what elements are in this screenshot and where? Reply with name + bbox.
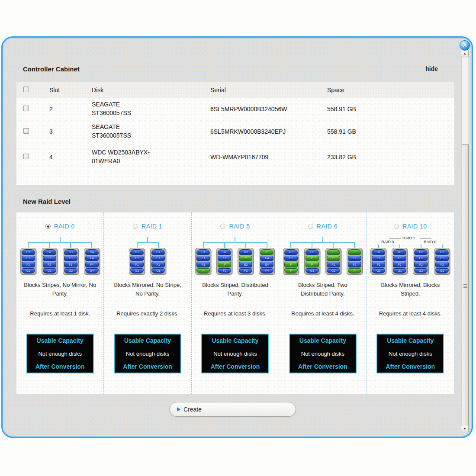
group-label-raid1: RAID 1 (402, 236, 415, 240)
select-disk-checkbox[interactable] (23, 154, 29, 159)
parity-block: P (218, 262, 231, 267)
data-block: F4 (260, 268, 273, 274)
raid-description-raid-0: Blocks Stripes, No Mirror, No Parity. (16, 281, 103, 298)
data-block: D1 (151, 249, 165, 255)
disk-icon: D1E1F1G1 (129, 248, 145, 275)
tree-drop (70, 242, 71, 248)
disk-icon: PPF1G2 (325, 248, 341, 275)
raid-label-raid-5: RAID 5 (229, 223, 250, 230)
tree-stem (147, 237, 148, 242)
scrollbar-grip (463, 284, 467, 288)
parity-block: P (306, 262, 319, 267)
data-block: G1 (130, 268, 144, 274)
raid-label-raid-6: RAID 6 (317, 223, 338, 230)
raid-option-raid-10[interactable]: RAID 10RAID 1RAID 0RAID 0D1E1F1G1D1E1F1G… (367, 212, 454, 394)
data-block: E1 (284, 256, 298, 261)
capacity-status: Not enough disks (126, 351, 169, 357)
tree-drop (28, 242, 29, 248)
vertical-scrollbar: ▲ ▼ (461, 50, 469, 432)
data-block: D4 (260, 256, 273, 261)
data-block: F1 (393, 262, 406, 267)
tree-bar (203, 242, 267, 243)
column-header-slot: Slot (42, 87, 84, 93)
table-row: 2SEAGATE ST3600057SS6SL5MRPW0000B324056W… (16, 98, 454, 120)
disk-table-body: 2SEAGATE ST3600057SS6SL5MRPW0000B324056W… (16, 98, 454, 171)
scrollbar-track[interactable] (461, 58, 468, 425)
tree-bar (137, 242, 158, 243)
data-block: D2 (435, 249, 449, 255)
raid-radio-row-raid-1[interactable]: RAID 1 (133, 223, 162, 230)
scrollbar-up-icon[interactable]: ▲ (461, 50, 469, 57)
disk-table-header: Slot Disk Serial Space (16, 82, 454, 98)
create-button-label: Create (183, 406, 202, 413)
tree-drop (224, 242, 225, 248)
data-block: D1 (372, 249, 385, 255)
capacity-box-raid-0: Usable CapacityNot enough disksAfter Con… (26, 334, 94, 373)
data-block: D2 (414, 249, 428, 255)
data-block: G1 (393, 268, 406, 274)
disk-icon: D3E3F3G3 (63, 248, 79, 275)
group-line (389, 238, 401, 239)
create-button[interactable]: Create (170, 402, 296, 417)
table-cell-slot: 3 (42, 128, 84, 135)
data-block: F2 (435, 262, 449, 267)
data-block: D3 (64, 249, 77, 255)
raid-option-raid-1[interactable]: RAID 1D1E1F1G1D1E1F1G1Blocks Mirrored, N… (104, 212, 191, 394)
raid-radio-row-raid-6[interactable]: RAID 6 (308, 223, 338, 230)
close-icon[interactable]: ✕ (460, 40, 470, 51)
select-disk-checkbox[interactable] (23, 106, 29, 111)
raid-option-raid-6[interactable]: RAID 6D1E1PPD2PPG1PPF1G2PE2F2PBlocks Str… (279, 212, 367, 394)
data-block: F2 (414, 262, 428, 267)
parity-block: P (348, 268, 361, 274)
raid-option-raid-0[interactable]: RAID 0D1E1F1G1D2E2F2G2D3E3F3G3D4E4F4G4Bl… (16, 212, 104, 394)
raid-radio-row-raid-10[interactable]: RAID 10 (394, 223, 427, 230)
tree-drop (158, 242, 159, 248)
raid-radio-raid-0[interactable] (45, 224, 51, 229)
raid-radio-raid-5[interactable] (220, 224, 225, 229)
controller-cabinet-title: Controller Cabinet (23, 65, 80, 73)
table-cell-checkbox (16, 106, 42, 113)
hide-link[interactable]: hide (425, 65, 438, 72)
column-header-disk: Disk (84, 87, 203, 93)
raid-option-raid-5[interactable]: RAID 5D1E1F1PD2E2PF2D3PE3F3PD4E4F4Blocks… (192, 212, 279, 394)
capacity-footer: After Conversion (123, 363, 172, 370)
select-all-checkbox[interactable] (23, 87, 29, 92)
tree-drop (91, 242, 92, 248)
data-block: D1 (22, 249, 35, 255)
disk-tree-raid-1: D1E1F1G1D1E1F1G1 (129, 237, 166, 275)
raid-requirement-raid-10: Requires at least 4 disks. (372, 309, 449, 327)
table-cell-space: 233.82 GB (319, 154, 454, 161)
data-block: E1 (393, 256, 406, 261)
raid-radio-raid-10[interactable] (394, 224, 399, 229)
raid-radio-raid-1[interactable] (133, 224, 138, 229)
disk-icon: D2E2PF2 (216, 248, 232, 275)
scrollbar-down-icon[interactable]: ▼ (461, 425, 469, 432)
data-block: E1 (372, 256, 385, 261)
data-block: F1 (130, 262, 144, 267)
disk-tree-raid-5: D1E1F1PD2E2PF2D3PE3F3PD4E4F4 (195, 237, 275, 275)
raid-radio-row-raid-5[interactable]: RAID 5 (220, 223, 250, 230)
capacity-footer: After Conversion (35, 363, 85, 370)
disk-icon: D1E1F1P (195, 248, 211, 275)
data-block: D3 (239, 249, 252, 255)
raid-radio-row-raid-0[interactable]: RAID 0 (45, 223, 75, 230)
raid-radio-raid-6[interactable] (308, 224, 313, 229)
tree-drop (399, 244, 400, 248)
tree-drop (49, 242, 50, 248)
tree-bar (291, 242, 354, 243)
scrollbar-thumb[interactable] (462, 144, 469, 428)
select-disk-checkbox[interactable] (23, 128, 29, 134)
data-block: E2 (435, 256, 449, 261)
group-label-raid0-right: RAID 0 (424, 240, 436, 244)
data-block: E3 (64, 256, 77, 261)
tree-drop (137, 242, 138, 248)
disk-tree-raid-0: D1E1F1G1D2E2F2G2D3E3F3G3D4E4F4G4 (20, 237, 100, 275)
new-raid-level-title: New Raid Level (23, 198, 71, 205)
data-block: G2 (435, 268, 449, 274)
tree-stem (60, 237, 61, 242)
table-cell-slot: 4 (42, 154, 84, 161)
capacity-box-raid-10: Usable CapacityNot enough disksAfter Con… (376, 334, 444, 373)
raid-requirement-raid-6: Requires at least 4 disks. (284, 309, 361, 327)
table-cell-disk: SEAGATE ST3600057SS (84, 100, 161, 117)
disk-icon: D2E2F2G2 (42, 248, 58, 275)
